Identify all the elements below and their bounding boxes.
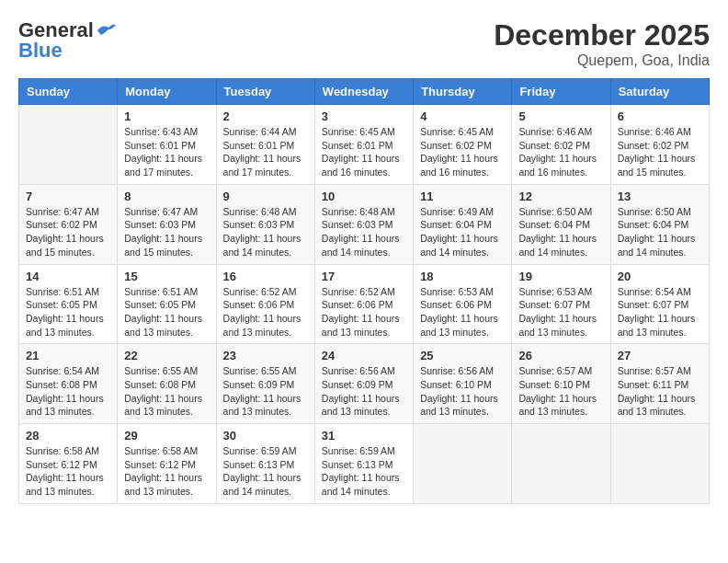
day-number: 29: [124, 429, 209, 442]
day-info: Sunrise: 6:48 AMSunset: 6:03 PMDaylight:…: [322, 205, 406, 259]
calendar-table: SundayMondayTuesdayWednesdayThursdayFrid…: [18, 78, 710, 504]
day-number: 8: [124, 190, 209, 203]
day-info: Sunrise: 6:49 AMSunset: 6:04 PMDaylight:…: [420, 205, 505, 259]
day-info: Sunrise: 6:51 AMSunset: 6:05 PMDaylight:…: [124, 285, 209, 339]
day-number: 3: [322, 109, 406, 123]
day-number: 23: [223, 349, 308, 362]
day-number: 13: [618, 190, 702, 203]
day-info: Sunrise: 6:57 AMSunset: 6:10 PMDaylight:…: [518, 364, 603, 419]
day-info: Sunrise: 6:55 AMSunset: 6:08 PMDaylight:…: [124, 364, 209, 419]
calendar-cell: 7Sunrise: 6:47 AMSunset: 6:02 PMDaylight…: [19, 184, 118, 264]
logo: General Blue: [18, 18, 116, 63]
calendar-cell: 24Sunrise: 6:56 AMSunset: 6:09 PMDayligh…: [314, 344, 413, 424]
day-info: Sunrise: 6:50 AMSunset: 6:04 PMDaylight:…: [618, 205, 702, 259]
calendar-header-sunday: Sunday: [19, 79, 118, 105]
calendar-cell: 5Sunrise: 6:46 AMSunset: 6:02 PMDaylight…: [512, 105, 610, 185]
calendar-cell: 11Sunrise: 6:49 AMSunset: 6:04 PMDayligh…: [414, 184, 512, 264]
calendar-cell: 20Sunrise: 6:54 AMSunset: 6:07 PMDayligh…: [610, 264, 709, 344]
day-info: Sunrise: 6:45 AMSunset: 6:02 PMDaylight:…: [420, 125, 505, 179]
calendar-week-row: 28Sunrise: 6:58 AMSunset: 6:12 PMDayligh…: [19, 424, 710, 504]
day-info: Sunrise: 6:50 AMSunset: 6:04 PMDaylight:…: [518, 205, 603, 259]
calendar-week-row: 7Sunrise: 6:47 AMSunset: 6:02 PMDaylight…: [19, 184, 710, 264]
calendar-cell: 22Sunrise: 6:55 AMSunset: 6:08 PMDayligh…: [118, 344, 216, 424]
calendar-cell: 6Sunrise: 6:46 AMSunset: 6:02 PMDaylight…: [610, 105, 709, 185]
day-number: 7: [26, 190, 110, 203]
calendar-cell: 29Sunrise: 6:58 AMSunset: 6:12 PMDayligh…: [118, 424, 216, 504]
day-number: 19: [518, 270, 603, 283]
day-info: Sunrise: 6:46 AMSunset: 6:02 PMDaylight:…: [518, 125, 603, 179]
day-number: 14: [26, 270, 110, 283]
calendar-cell: [414, 424, 512, 504]
calendar-cell: [610, 424, 709, 504]
day-number: 21: [26, 349, 110, 362]
calendar-header-wednesday: Wednesday: [314, 79, 413, 105]
day-info: Sunrise: 6:54 AMSunset: 6:07 PMDaylight:…: [618, 285, 702, 339]
calendar-week-row: 21Sunrise: 6:54 AMSunset: 6:08 PMDayligh…: [19, 344, 710, 424]
calendar-cell: 15Sunrise: 6:51 AMSunset: 6:05 PMDayligh…: [118, 264, 216, 344]
calendar-cell: 27Sunrise: 6:57 AMSunset: 6:11 PMDayligh…: [610, 344, 709, 424]
calendar-cell: [512, 424, 610, 504]
day-info: Sunrise: 6:52 AMSunset: 6:06 PMDaylight:…: [322, 285, 406, 339]
day-number: 24: [322, 349, 406, 362]
calendar-header-row: SundayMondayTuesdayWednesdayThursdayFrid…: [19, 79, 710, 105]
day-number: 30: [223, 429, 308, 442]
calendar-week-row: 14Sunrise: 6:51 AMSunset: 6:05 PMDayligh…: [19, 264, 710, 344]
calendar-cell: 16Sunrise: 6:52 AMSunset: 6:06 PMDayligh…: [216, 264, 314, 344]
calendar-cell: 25Sunrise: 6:56 AMSunset: 6:10 PMDayligh…: [414, 344, 512, 424]
day-info: Sunrise: 6:56 AMSunset: 6:09 PMDaylight:…: [322, 364, 406, 419]
day-info: Sunrise: 6:59 AMSunset: 6:13 PMDaylight:…: [322, 444, 406, 499]
day-info: Sunrise: 6:52 AMSunset: 6:06 PMDaylight:…: [223, 285, 308, 339]
day-info: Sunrise: 6:58 AMSunset: 6:12 PMDaylight:…: [124, 444, 209, 499]
day-number: 1: [124, 109, 209, 123]
day-info: Sunrise: 6:59 AMSunset: 6:13 PMDaylight:…: [223, 444, 308, 499]
calendar-cell: 8Sunrise: 6:47 AMSunset: 6:03 PMDaylight…: [118, 184, 216, 264]
calendar-header-saturday: Saturday: [610, 79, 709, 105]
calendar-cell: 3Sunrise: 6:45 AMSunset: 6:01 PMDaylight…: [314, 105, 413, 185]
logo-bird-icon: [96, 22, 116, 39]
calendar-cell: 14Sunrise: 6:51 AMSunset: 6:05 PMDayligh…: [19, 264, 118, 344]
calendar-header-monday: Monday: [118, 79, 216, 105]
day-number: 25: [420, 349, 505, 362]
calendar-header-tuesday: Tuesday: [216, 79, 314, 105]
calendar-cell: 2Sunrise: 6:44 AMSunset: 6:01 PMDaylight…: [216, 105, 314, 185]
day-info: Sunrise: 6:46 AMSunset: 6:02 PMDaylight:…: [618, 125, 702, 179]
day-number: 9: [223, 190, 308, 203]
day-info: Sunrise: 6:47 AMSunset: 6:02 PMDaylight:…: [26, 205, 110, 259]
title-section: December 2025 Quepem, Goa, India: [494, 18, 710, 69]
day-info: Sunrise: 6:48 AMSunset: 6:03 PMDaylight:…: [223, 205, 308, 259]
calendar-cell: 26Sunrise: 6:57 AMSunset: 6:10 PMDayligh…: [512, 344, 610, 424]
day-number: 31: [322, 429, 406, 442]
day-number: 4: [420, 109, 505, 123]
calendar-cell: 13Sunrise: 6:50 AMSunset: 6:04 PMDayligh…: [610, 184, 709, 264]
day-number: 12: [518, 190, 603, 203]
day-number: 5: [518, 109, 603, 123]
day-number: 2: [223, 109, 308, 123]
calendar-cell: 18Sunrise: 6:53 AMSunset: 6:06 PMDayligh…: [414, 264, 512, 344]
day-info: Sunrise: 6:57 AMSunset: 6:11 PMDaylight:…: [618, 364, 702, 419]
day-number: 15: [124, 270, 209, 283]
day-info: Sunrise: 6:45 AMSunset: 6:01 PMDaylight:…: [322, 125, 406, 179]
day-info: Sunrise: 6:47 AMSunset: 6:03 PMDaylight:…: [124, 205, 209, 259]
page-header: General Blue December 2025 Quepem, Goa, …: [18, 18, 710, 69]
calendar-cell: 19Sunrise: 6:53 AMSunset: 6:07 PMDayligh…: [512, 264, 610, 344]
day-info: Sunrise: 6:44 AMSunset: 6:01 PMDaylight:…: [223, 125, 308, 179]
calendar-cell: 17Sunrise: 6:52 AMSunset: 6:06 PMDayligh…: [314, 264, 413, 344]
calendar-cell: 28Sunrise: 6:58 AMSunset: 6:12 PMDayligh…: [19, 424, 118, 504]
calendar-cell: 9Sunrise: 6:48 AMSunset: 6:03 PMDaylight…: [216, 184, 314, 264]
month-title: December 2025: [494, 18, 710, 52]
calendar-cell: 23Sunrise: 6:55 AMSunset: 6:09 PMDayligh…: [216, 344, 314, 424]
day-number: 20: [618, 270, 702, 283]
calendar-week-row: 1Sunrise: 6:43 AMSunset: 6:01 PMDaylight…: [19, 105, 710, 185]
day-number: 11: [420, 190, 505, 203]
calendar-cell: 1Sunrise: 6:43 AMSunset: 6:01 PMDaylight…: [118, 105, 216, 185]
day-info: Sunrise: 6:54 AMSunset: 6:08 PMDaylight:…: [26, 364, 110, 419]
calendar-cell: 12Sunrise: 6:50 AMSunset: 6:04 PMDayligh…: [512, 184, 610, 264]
day-number: 17: [322, 270, 406, 283]
day-number: 18: [420, 270, 505, 283]
calendar-cell: 31Sunrise: 6:59 AMSunset: 6:13 PMDayligh…: [314, 424, 413, 504]
calendar-cell: 30Sunrise: 6:59 AMSunset: 6:13 PMDayligh…: [216, 424, 314, 504]
day-info: Sunrise: 6:55 AMSunset: 6:09 PMDaylight:…: [223, 364, 308, 419]
calendar-cell: [19, 105, 118, 185]
calendar-header-thursday: Thursday: [414, 79, 512, 105]
day-number: 10: [322, 190, 406, 203]
